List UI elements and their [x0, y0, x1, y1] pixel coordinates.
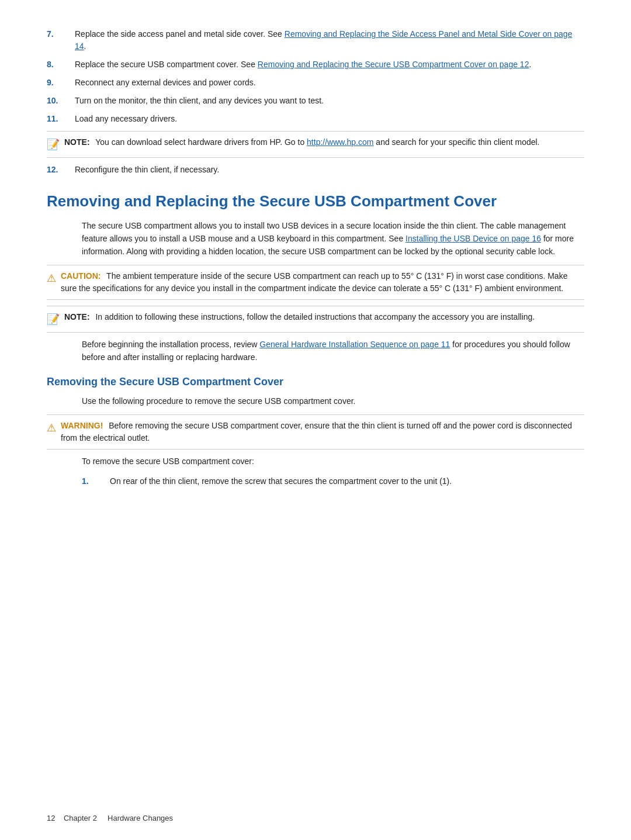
side-cover-link[interactable]: Removing and Replacing the Side Access P…: [75, 29, 572, 51]
list-num-step1: 1.: [82, 475, 110, 488]
note-text-1: NOTE: You can download select hardware d…: [64, 136, 584, 148]
list-num-9: 9.: [47, 77, 75, 89]
list-content-9: Reconnect any external devices and power…: [75, 77, 584, 89]
note-text-2: NOTE: In addition to following these ins…: [64, 311, 584, 323]
section-body-para: The secure USB compartment allows you to…: [82, 220, 584, 258]
list-item-9: 9. Reconnect any external devices and po…: [47, 77, 584, 89]
note-box-1: 📝 NOTE: You can download select hardware…: [47, 131, 584, 158]
note-icon-2: 📝: [47, 311, 60, 327]
section-heading: Removing and Replacing the Secure USB Co…: [47, 192, 584, 210]
sub-heading: Removing the Secure USB Compartment Cove…: [47, 376, 584, 388]
note-label-2: NOTE:: [64, 312, 90, 322]
list-item-7: 7. Replace the side access panel and met…: [47, 28, 584, 53]
before-para: Before beginning the installation proces…: [82, 338, 584, 364]
to-remove-para: To remove the secure USB compartment cov…: [82, 455, 584, 468]
list-content-10: Turn on the monitor, the thin client, an…: [75, 95, 584, 107]
warning-text: WARNING! Before removing the secure USB …: [61, 420, 584, 444]
list-num-10: 10.: [47, 95, 75, 107]
list-item-step1: 1. On rear of the thin client, remove th…: [82, 475, 584, 488]
list-item-12: 12. Reconfigure the thin client, if nece…: [47, 164, 584, 176]
warning-label: WARNING!: [61, 421, 103, 430]
note-box-2: 📝 NOTE: In addition to following these i…: [47, 306, 584, 333]
use-para: Use the following procedure to remove th…: [82, 395, 584, 408]
note-icon-1: 📝: [47, 136, 60, 153]
list-num-11: 11.: [47, 113, 75, 125]
note-label-1: NOTE:: [64, 137, 90, 147]
list-content-step1: On rear of the thin client, remove the s…: [110, 475, 584, 488]
usb-compartment-link[interactable]: Removing and Replacing the Secure USB Co…: [258, 60, 529, 69]
list-num-8: 8.: [47, 58, 75, 71]
caution-box: ⚠ CAUTION: The ambient temperature insid…: [47, 265, 584, 300]
list-item-8: 8. Replace the secure USB compartment co…: [47, 58, 584, 71]
note-suffix-1: and search for your specific thin client…: [373, 137, 539, 147]
footer-chapter: Chapter 2: [64, 814, 97, 822]
caution-label: CAUTION:: [61, 271, 100, 281]
list-content-11: Load any necessary drivers.: [75, 113, 584, 125]
caution-text: CAUTION: The ambient temperature inside …: [61, 270, 584, 295]
footer: 12 Chapter 2 Hardware Changes: [47, 814, 173, 822]
footer-page-num: 12: [47, 814, 55, 822]
list-item-10: 10. Turn on the monitor, the thin client…: [47, 95, 584, 107]
warning-icon: ⚠: [47, 420, 56, 436]
list-content-7: Replace the side access panel and metal …: [75, 28, 584, 53]
list-content-12: Reconfigure the thin client, if necessar…: [75, 164, 584, 176]
numbered-list-top: 7. Replace the side access panel and met…: [47, 28, 584, 125]
warning-box: ⚠ WARNING! Before removing the secure US…: [47, 414, 584, 450]
hp-link[interactable]: http://www.hp.com: [307, 137, 373, 147]
numbered-list-12: 12. Reconfigure the thin client, if nece…: [47, 164, 584, 176]
list-num-7: 7.: [47, 28, 75, 40]
note-body-2: In addition to following these instructi…: [95, 312, 535, 322]
list-item-11: 11. Load any necessary drivers.: [47, 113, 584, 125]
general-hardware-link[interactable]: General Hardware Installation Sequence o…: [259, 340, 450, 349]
usb-device-link[interactable]: Installing the USB Device on page 16: [405, 234, 541, 243]
warning-body: Before removing the secure USB compartme…: [61, 421, 572, 443]
note-body-1: You can download select hardware drivers…: [95, 137, 307, 147]
caution-icon: ⚠: [47, 270, 56, 286]
numbered-list-steps: 1. On rear of the thin client, remove th…: [82, 475, 584, 488]
caution-body: The ambient temperature inside of the se…: [61, 271, 567, 293]
list-content-8: Replace the secure USB compartment cover…: [75, 58, 584, 71]
footer-chapter-name: Hardware Changes: [108, 814, 173, 822]
list-num-12: 12.: [47, 164, 75, 176]
before-text: Before beginning the installation proces…: [82, 340, 259, 349]
